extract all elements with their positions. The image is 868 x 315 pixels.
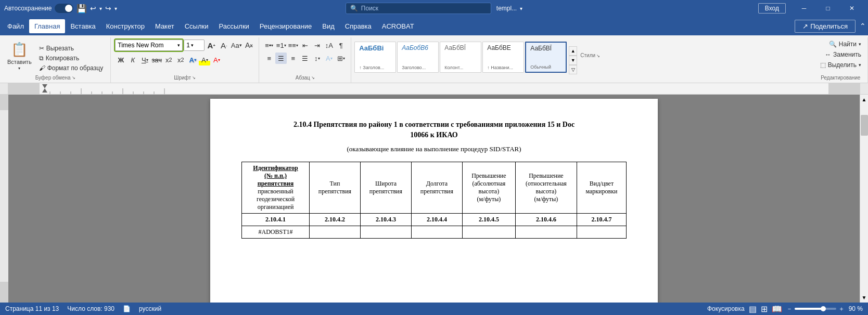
- style-heading2[interactable]: АаБобВ6 Заголово...: [397, 42, 439, 73]
- redo-icon[interactable]: ↪: [105, 4, 111, 12]
- align-center-button[interactable]: ☰: [275, 52, 287, 64]
- ribbon-font-group: Times New Rom ▾ 1 ▾ A+ A- Aa▾ Ax Ж К Ч▾: [111, 37, 259, 83]
- decrease-font-button[interactable]: A-: [218, 40, 229, 51]
- signin-button[interactable]: Вход: [758, 3, 786, 14]
- underline-button[interactable]: Ч▾: [139, 54, 150, 65]
- increase-font-button[interactable]: A+: [206, 40, 217, 51]
- decrease-indent-button[interactable]: ⇤: [299, 40, 311, 51]
- scrollbar-thumb[interactable]: [861, 115, 868, 136]
- menu-help[interactable]: Справка: [340, 19, 377, 33]
- format-painter-button[interactable]: 🖌 Формат по образцу: [36, 63, 107, 73]
- zoom-out-button[interactable]: －: [786, 305, 793, 313]
- ribbon-collapse-icon[interactable]: ⌃: [860, 22, 866, 30]
- styles-scroll-down[interactable]: ▼: [569, 56, 577, 65]
- save-icon[interactable]: 💾: [76, 4, 87, 14]
- menu-layout[interactable]: Макет: [150, 19, 180, 33]
- font-color-button[interactable]: A▾: [211, 54, 222, 65]
- menu-mailings[interactable]: Рассылки: [213, 19, 254, 33]
- editing-label: Редактирование: [818, 75, 863, 81]
- line-spacing-button[interactable]: ↕▾: [311, 52, 323, 64]
- font-expand-icon[interactable]: ↘: [192, 75, 196, 80]
- strikethrough-button[interactable]: зач: [151, 54, 162, 65]
- find-button[interactable]: 🔍 Найти ▾: [827, 40, 863, 49]
- cut-button[interactable]: ✂ Вырезать: [36, 44, 107, 53]
- font-name-box[interactable]: Times New Rom ▾: [115, 40, 183, 51]
- borders-button[interactable]: ⊞▾: [335, 52, 347, 64]
- styles-expand[interactable]: ▽: [569, 65, 577, 74]
- numbered-list-button[interactable]: ≡1▾: [275, 40, 287, 51]
- filename-label: templ...: [496, 5, 517, 12]
- justify-button[interactable]: ☰: [299, 52, 311, 64]
- ribbon: 📋 Вставить ▾ ✂ Вырезать ⧉ Копировать 🖌: [0, 35, 868, 83]
- superscript-button[interactable]: x2: [175, 54, 186, 65]
- zoom-slider[interactable]: [795, 308, 836, 310]
- menu-view[interactable]: Вид: [317, 19, 340, 33]
- para-expand-icon[interactable]: ↘: [311, 75, 315, 80]
- shading-button[interactable]: A▾: [323, 52, 335, 64]
- font-size-box[interactable]: 1 ▾: [184, 40, 205, 51]
- styles-label-area: Стили ↘: [578, 52, 600, 68]
- styles-scroll-up[interactable]: ▲: [569, 46, 577, 56]
- search-bar[interactable]: 🔍: [346, 3, 491, 14]
- menu-constructor[interactable]: Конструктор: [101, 19, 150, 33]
- share-button[interactable]: ↗ Поделиться: [795, 20, 856, 33]
- menu-insert[interactable]: Вставка: [65, 19, 100, 33]
- multilevel-list-button[interactable]: ≡≡▾: [287, 40, 299, 51]
- autosave-toggle[interactable]: [55, 4, 73, 13]
- style-normal[interactable]: АаБбВЇ Обычный: [525, 42, 567, 73]
- proofing-icon[interactable]: 📄: [123, 305, 131, 312]
- menu-acrobat[interactable]: ACROBAT: [377, 19, 419, 33]
- align-left-button[interactable]: ≡: [263, 52, 275, 64]
- replace-button[interactable]: ↔ Заменить: [823, 50, 863, 59]
- menu-file[interactable]: Файл: [2, 19, 29, 33]
- ribbon-editing-group: 🔍 Найти ▾ ↔ Заменить ⬚ Выделить ▾ Редакт…: [814, 37, 868, 83]
- sort-button[interactable]: ↕A: [323, 40, 335, 51]
- zoom-slider-thumb[interactable]: [821, 306, 826, 311]
- search-input[interactable]: [361, 5, 487, 12]
- filename-arrow-icon[interactable]: ▾: [520, 6, 522, 11]
- table-subheader-row: 2.10.4.1 2.10.4.2 2.10.4.3 2.10.4.4 2.10…: [242, 214, 627, 226]
- select-button[interactable]: ⬚ Выделить ▾: [818, 60, 863, 70]
- increase-indent-button[interactable]: ⇥: [311, 40, 323, 51]
- ruler-svg: [8, 83, 860, 94]
- style-colontitle[interactable]: АаБбВЇ Колонт...: [440, 42, 481, 73]
- close-button[interactable]: ✕: [840, 0, 864, 17]
- style-heading1[interactable]: АаБбВi ↑ Заголов...: [354, 42, 396, 73]
- view-print-icon[interactable]: ▤: [749, 304, 757, 314]
- font-name-arrow[interactable]: ▾: [177, 43, 180, 48]
- menu-review[interactable]: Рецензирование: [254, 19, 317, 33]
- font-size-arrow[interactable]: ▾: [191, 43, 194, 48]
- text-effects-button[interactable]: A▾: [187, 54, 198, 65]
- styles-expand-icon[interactable]: ↘: [596, 54, 600, 58]
- doc-scroll-area[interactable]: 2.10.4 Препятствия по району 1 в соответ…: [8, 95, 860, 303]
- right-scrollbar[interactable]: ▲ ▼: [860, 95, 868, 303]
- view-read-icon[interactable]: 📖: [772, 304, 782, 314]
- maximize-button[interactable]: □: [816, 0, 840, 17]
- zoom-in-button[interactable]: ＋: [838, 305, 845, 313]
- change-case-button[interactable]: Aa▾: [231, 40, 242, 51]
- focus-label[interactable]: Фокусировка: [707, 305, 745, 312]
- copy-button[interactable]: ⧉ Копировать: [36, 54, 107, 63]
- highlight-button[interactable]: A▾: [199, 54, 210, 65]
- scroll-down-arrow[interactable]: ▼: [860, 293, 868, 303]
- italic-button[interactable]: К: [127, 54, 138, 65]
- align-right-button[interactable]: ≡: [287, 52, 299, 64]
- paste-button[interactable]: 📋 Вставить ▾: [4, 40, 35, 73]
- clear-format-button[interactable]: Ax: [243, 40, 254, 51]
- undo-arrow-icon[interactable]: ▾: [99, 6, 102, 11]
- show-marks-button[interactable]: ¶: [335, 40, 347, 51]
- horizontal-ruler: [8, 83, 860, 94]
- menu-links[interactable]: Ссылки: [180, 19, 214, 33]
- style-name[interactable]: АаБбВЕ ↑ Названи...: [482, 42, 524, 73]
- clipboard-expand-icon[interactable]: ↘: [72, 75, 75, 80]
- view-web-icon[interactable]: ⊞: [761, 304, 768, 314]
- quick-access-icon[interactable]: ▾: [114, 6, 117, 11]
- undo-icon[interactable]: ↩: [90, 4, 96, 12]
- font-name-row: Times New Rom ▾ 1 ▾ A+ A- Aa▾ Ax: [115, 40, 254, 51]
- minimize-button[interactable]: ─: [792, 0, 816, 17]
- scroll-up-arrow[interactable]: ▲: [860, 95, 868, 104]
- bold-button[interactable]: Ж: [115, 54, 126, 65]
- bullet-list-button[interactable]: ≡•▾: [263, 40, 275, 51]
- subscript-button[interactable]: x2: [163, 54, 174, 65]
- menu-home[interactable]: Главная: [29, 19, 65, 33]
